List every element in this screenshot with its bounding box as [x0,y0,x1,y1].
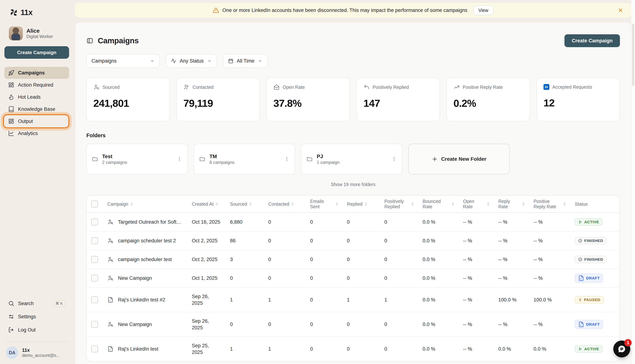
sort-icon [249,202,253,206]
column-header-positive-reply-rate[interactable]: Positive Reply Rate [529,196,570,212]
campaign-name[interactable]: New Campaign [118,322,152,327]
cell-emails-sent: 0 [306,236,342,246]
column-header-emails-sent[interactable]: Emails Sent [306,196,342,212]
campaign-name[interactable]: New Campaign [118,276,152,281]
column-header-bounced-rate[interactable]: Bounced Rate [418,196,459,212]
table-row[interactable]: New Campaign Sep 26, 2025 0 0 0 0 0 0.0 … [87,312,619,337]
sidebar-item-analytics[interactable]: Analytics [5,127,69,140]
table-row[interactable]: Targeted Outreach for Softw... Oct 16, 2… [87,213,619,232]
sidebar-item-hot-leads[interactable]: Hot Leads [5,91,69,103]
sidebar-item-output[interactable]: Output [5,115,69,127]
sidebar-item-action-required[interactable]: Action Required [5,79,69,91]
cell-sourced: 0 [226,320,264,330]
folder-card-pj[interactable]: PJ 1 campaign [301,144,402,174]
folder-name: TM [209,153,235,160]
chat-widget-button[interactable]: 1 [613,340,630,358]
account-avatar: DA [6,346,18,359]
sidebar-item-label: Analytics [18,131,38,136]
banner-close-icon[interactable] [618,8,623,13]
settings-button[interactable]: Settings [5,310,69,323]
type-filter-select[interactable]: Campaigns [86,54,160,68]
row-checkbox[interactable] [91,237,98,244]
status-file-icon [578,275,584,281]
row-checkbox[interactable] [91,218,98,226]
folder-card-test[interactable]: Test 2 campaigns [86,144,188,174]
table-row[interactable]: Raj's LinkedIn test #2 Sep 26, 2025 1 1 … [87,288,619,312]
banner-view-button[interactable]: View [473,6,494,15]
cell-created-at: Sep 26, 2025 [187,316,226,333]
logout-icon [8,327,14,333]
table-row[interactable]: campaign scheduler test Oct 2, 2025 3 0 … [87,250,619,269]
table-row[interactable]: campaign scheduler test 2 Oct 2, 2025 86… [87,232,619,250]
scrollbar-thumb[interactable] [632,24,634,86]
folder-menu-icon[interactable] [391,156,397,162]
scrollbar[interactable] [631,0,635,364]
campaign-name[interactable]: Raj's LinkedIn test [118,346,158,352]
column-header-reply-rate[interactable]: Reply Rate [494,196,529,212]
book-icon [8,106,14,112]
sort-icon [451,202,455,206]
column-header-campaign[interactable]: Campaign [103,199,187,209]
cell-sourced: 1 [226,295,264,305]
time-filter[interactable]: All Time [223,54,268,68]
cell-open-rate: -- % [459,320,494,330]
dashboard-icon [8,82,14,88]
folder-icon [306,156,313,162]
status-play-icon [578,347,582,351]
select-all-checkbox[interactable] [91,200,98,208]
column-header-contacted[interactable]: Contacted [264,199,306,209]
sidebar-item-campaigns[interactable]: Campaigns [5,67,69,79]
sidebar-nav: CampaignsAction RequiredHot LeadsKnowled… [5,67,69,140]
cell-contacted: 0 [264,254,306,264]
account-row[interactable]: DA 11x demo_account@s... [5,346,69,359]
column-header-sourced[interactable]: Sourced [226,199,264,209]
stats-row: Sourced 241,801Contacted 79,119Open Rate… [86,78,620,122]
campaigns-table: Campaign Created At Sourced Contacted Em… [86,195,620,362]
campaign-name[interactable]: Raj's LinkedIn test #2 [118,297,165,303]
cell-replied: 0 [342,344,380,354]
panel-toggle-icon[interactable] [86,37,93,44]
sidebar-create-campaign-button[interactable]: Create Campaign [5,46,69,59]
user-profile[interactable]: Alice Digital Worker [5,26,69,40]
search-label: Search [18,301,34,306]
create-new-folder-button[interactable]: Create New Folder [408,144,510,174]
row-checkbox[interactable] [91,275,98,282]
column-label: Emails Sent [310,199,333,209]
row-checkbox[interactable] [91,321,98,328]
folders-row: Test 2 campaigns TM 8 campaigns PJ 1 cam… [86,144,620,174]
cell-open-rate: -- % [459,344,494,354]
campaign-name[interactable]: Targeted Outreach for Softw... [118,219,184,225]
logout-button[interactable]: Log Out [5,323,69,336]
table-row[interactable]: Raj's LinkedIn test Sep 25, 2025 1 1 0 0… [87,337,619,361]
table-row[interactable]: New Campaign Oct 1, 2025 0 0 0 0 0 0.0 %… [87,269,619,288]
create-campaign-button[interactable]: Create Campaign [564,34,620,47]
folder-menu-icon[interactable] [177,156,182,162]
stat-value: 12 [543,97,613,109]
show-more-folders[interactable]: Show 19 more folders [86,182,620,187]
row-checkbox[interactable] [91,256,98,263]
cell-sourced: 1 [226,344,264,354]
column-header-replied[interactable]: Replied [342,199,380,209]
sidebar-item-label: Action Required [18,82,53,88]
folder-menu-icon[interactable] [284,156,290,162]
cell-sourced: 3 [226,254,264,264]
cell-contacted: 0 [264,217,306,227]
campaign-name[interactable]: campaign scheduler test 2 [118,238,176,244]
row-checkbox[interactable] [91,296,98,303]
column-header-open-rate[interactable]: Open Rate [459,196,494,212]
folder-card-tm[interactable]: TM 8 campaigns [194,144,295,174]
sidebar-item-knowledge-base[interactable]: Knowledge Base [5,103,69,115]
row-checkbox[interactable] [91,346,98,352]
status-filter[interactable]: Any Status [166,54,217,68]
stat-card-open-rate: Open Rate 37.8% [266,78,350,122]
status-badge: DRAFT [575,274,603,283]
column-header-created-at[interactable]: Created At [187,199,226,209]
campaign-name[interactable]: campaign scheduler test [118,257,172,262]
campaign-type-icon [107,297,114,303]
search-button[interactable]: Search ⌘ K [5,297,69,310]
column-label: Contacted [268,202,289,207]
folder-count: 1 campaign [317,160,340,165]
stat-value: 0.2% [454,97,523,109]
cell-replied: 1 [342,295,380,305]
column-header-positively-replied[interactable]: Positively Replied [380,196,418,212]
